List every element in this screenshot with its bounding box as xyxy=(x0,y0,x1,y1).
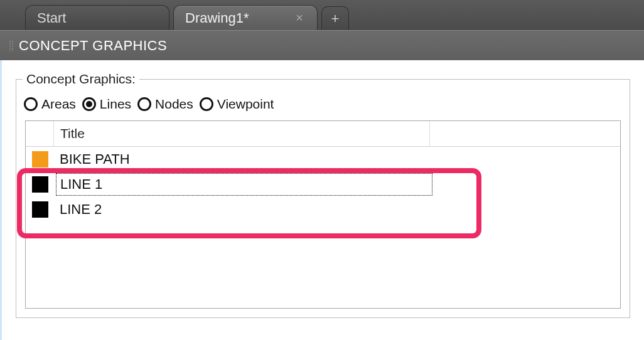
list-item-title: BIKE PATH xyxy=(56,149,432,170)
radio-nodes[interactable]: Nodes xyxy=(137,97,193,112)
list-item-title: LINE 2 xyxy=(56,199,432,220)
radio-areas[interactable]: Areas xyxy=(24,97,76,112)
concept-graphics-group: Concept Graphics: Areas Lines Nodes View… xyxy=(16,72,630,318)
close-icon[interactable]: × xyxy=(293,11,306,25)
panel-body: Concept Graphics: Areas Lines Nodes View… xyxy=(0,60,644,340)
panel-title-bar: CONCEPT GRAPHICS xyxy=(0,30,644,60)
list-item[interactable]: LINE 1 xyxy=(26,172,620,197)
tab-start-label: Start xyxy=(37,10,66,26)
column-title[interactable]: Title xyxy=(53,121,430,146)
list-item[interactable]: BIKE PATH xyxy=(26,147,620,172)
radio-lines[interactable]: Lines xyxy=(82,97,131,112)
radio-nodes-label: Nodes xyxy=(155,97,193,112)
radio-areas-label: Areas xyxy=(41,97,76,112)
tab-start[interactable]: Start xyxy=(25,5,169,30)
graphics-list: Title BIKE PATH LINE 1 LINE 2 xyxy=(25,120,621,309)
radio-lines-label: Lines xyxy=(100,97,131,112)
radio-icon xyxy=(24,97,38,111)
group-legend: Concept Graphics: xyxy=(23,72,139,87)
radio-viewpoint-label: Viewpoint xyxy=(217,97,274,112)
list-rows: BIKE PATH LINE 1 LINE 2 xyxy=(26,147,620,222)
radio-icon xyxy=(82,97,96,111)
radio-viewpoint[interactable]: Viewpoint xyxy=(200,97,274,112)
list-header: Title xyxy=(26,121,620,147)
tab-drawing1[interactable]: Drawing1* × xyxy=(173,5,318,30)
column-swatch[interactable] xyxy=(26,121,53,146)
list-item-title: LINE 1 xyxy=(56,173,432,196)
new-tab-button[interactable]: + xyxy=(321,6,349,30)
app-root: Start Drawing1* × + CONCEPT GRAPHICS Con… xyxy=(0,0,644,340)
panel-title: CONCEPT GRAPHICS xyxy=(19,38,167,54)
tab-drawing1-label: Drawing1* xyxy=(185,10,249,26)
type-radio-row: Areas Lines Nodes Viewpoint xyxy=(16,93,630,120)
color-swatch xyxy=(32,201,48,218)
radio-icon xyxy=(137,97,151,111)
plus-icon: + xyxy=(331,11,340,27)
list-item[interactable]: LINE 2 xyxy=(26,197,620,222)
color-swatch xyxy=(32,176,48,193)
document-tab-bar: Start Drawing1* × + xyxy=(0,0,644,30)
color-swatch xyxy=(32,151,48,167)
radio-icon xyxy=(200,97,213,111)
